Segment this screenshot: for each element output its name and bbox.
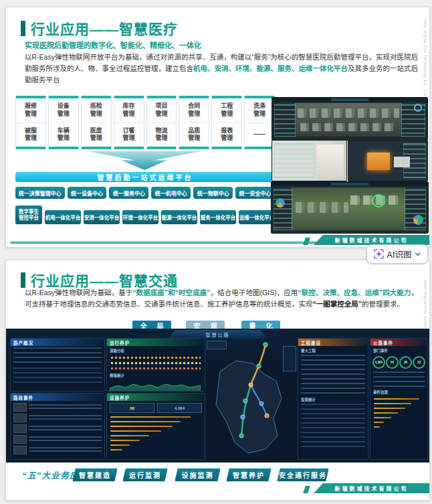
dot-row-graphic bbox=[111, 362, 201, 364]
panel-operation: 运行养护 道路分析 拥堵统计 bbox=[106, 338, 205, 392]
hospital-dashboard-screenshot-1 bbox=[272, 97, 428, 141]
paragraph-highlight: “联控、决策、应急、运维”四大能力 bbox=[298, 288, 411, 297]
platform-button: 环境一体化平台 bbox=[122, 210, 158, 224]
traffic-dashboard-screenshot: 智慧公路 bbox=[6, 329, 429, 463]
center-button: 统一设备中心 bbox=[68, 187, 107, 199]
panel-road-events: 路政事件 bbox=[10, 393, 105, 460]
footer-ribbon-notch bbox=[303, 486, 310, 493]
panel-header: 工程建设 bbox=[298, 339, 368, 346]
module-label: 工程管理 bbox=[221, 102, 233, 118]
company-ribbon: 新瑞数城技术有限公司 bbox=[314, 483, 429, 493]
module-label: 设备管理 bbox=[58, 102, 70, 118]
platform-label: 环境一体化平台 bbox=[122, 214, 158, 221]
module-label: 合同管理 bbox=[188, 102, 200, 118]
module-label: 物流管理 bbox=[155, 127, 167, 143]
biz-button-safe-passage: 安全通行服务 bbox=[277, 468, 329, 482]
gauge-value: 28 bbox=[399, 356, 412, 369]
module-column: 库存管理 订餐管理 bbox=[114, 96, 144, 149]
panel-road-overview: 路产概况 bbox=[10, 338, 105, 392]
camera-list-item bbox=[13, 424, 102, 433]
camera-thumbnail bbox=[13, 424, 27, 433]
platform-label: 运维一体化平台 bbox=[239, 214, 275, 221]
investment-rows-graphic bbox=[301, 404, 365, 450]
page: Best Digital City Technology Co., Ltd 行业… bbox=[0, 0, 432, 504]
platform-button: 运维一体化平台 bbox=[239, 210, 275, 224]
congestion-area-chart-graphic bbox=[110, 380, 201, 392]
event-rows-graphic bbox=[373, 371, 425, 388]
paragraph-text: 以R-Easy弹性物联网为基础，基于 bbox=[25, 288, 132, 297]
module-cell: 车辆管理 bbox=[49, 122, 78, 147]
module-label: 项目管理 bbox=[155, 102, 167, 118]
stat-rows-graphic bbox=[13, 347, 102, 366]
camera-list-item bbox=[13, 446, 102, 454]
module-cell: 医废管理 bbox=[82, 122, 111, 147]
platform-label: 数字孪生管控平台 bbox=[17, 209, 40, 222]
gauge-value: 54 bbox=[386, 356, 399, 369]
slide1-subtitle: 实现医院后勤管理的数字化、智能化、精细化、一体化 bbox=[25, 39, 201, 50]
module-cell: 被服管理 bbox=[16, 122, 45, 147]
module-label: 报修管理 bbox=[25, 102, 37, 118]
module-column: 设备管理 车辆管理 bbox=[48, 96, 79, 149]
center-button: 统一决策管理中心 bbox=[15, 187, 65, 199]
center-button: 统一机电中心 bbox=[151, 187, 191, 199]
buildings-graphic bbox=[300, 123, 395, 131]
stat-rows-graphic bbox=[13, 367, 102, 385]
buildings-graphic bbox=[296, 202, 348, 213]
gauge-graphic bbox=[414, 104, 422, 112]
module-grid: 报修管理 被服管理 设备管理 车辆管理 巡检管理 医废管理 库存管理 订餐管理 … bbox=[15, 96, 275, 149]
gauge-value: 4,384 bbox=[372, 356, 385, 369]
panel-subheader: 道路分析 bbox=[110, 348, 202, 353]
camera-text-graphic bbox=[29, 436, 102, 443]
panel-header: 路产概况 bbox=[11, 339, 104, 346]
highlighted-building-graphic bbox=[367, 153, 390, 170]
gauges-row: 4,384 54 28 22 bbox=[372, 356, 426, 369]
module-label: 洗涤管理 bbox=[253, 102, 265, 118]
camera-list-item bbox=[13, 435, 102, 444]
module-cell: 工程管理 bbox=[212, 98, 241, 122]
module-label: 库存管理 bbox=[123, 102, 135, 118]
panel-header: 路政事件 bbox=[11, 394, 104, 401]
building-graphic bbox=[317, 145, 344, 178]
footer-line bbox=[10, 241, 319, 244]
module-cell: 报修管理 bbox=[16, 98, 45, 122]
map-legend-graphic bbox=[207, 341, 227, 349]
camera-thumbnail bbox=[13, 446, 27, 454]
panel-subheader: 事件治理 bbox=[373, 390, 425, 395]
slide1-title-row: 行业应用——智慧医疗 bbox=[21, 18, 178, 38]
module-label: 巡检管理 bbox=[90, 102, 102, 118]
module-column: 洗涤管理 —— bbox=[244, 96, 275, 149]
module-cell: 报表管理 bbox=[212, 122, 241, 147]
module-cell: 订餐管理 bbox=[114, 122, 144, 147]
module-column: 合同管理 品质管理 bbox=[179, 96, 209, 149]
map-menu-graphic bbox=[283, 346, 296, 371]
module-cell: 物流管理 bbox=[147, 122, 177, 147]
chevron-down-icon[interactable] bbox=[415, 252, 421, 256]
project-rows-graphic bbox=[301, 355, 365, 395]
platform-banner: 智慧后勤一站式运维平台 bbox=[15, 172, 275, 182]
camera-text-graphic bbox=[29, 415, 102, 422]
hospital-dashboard-screenshot-2a bbox=[272, 140, 347, 181]
panel-header: 设施养护 bbox=[107, 394, 205, 401]
panel-header: 公路事件 bbox=[370, 339, 427, 346]
panel-subheader: 拥堵统计 bbox=[110, 373, 202, 378]
event-bars-graphic bbox=[370, 398, 427, 428]
module-label: 车辆管理 bbox=[58, 127, 70, 143]
center-button: 统一物联中心 bbox=[193, 187, 233, 199]
platform-label: 服务一体化平台 bbox=[200, 214, 236, 221]
funnel-arrow-graphic bbox=[88, 151, 201, 170]
camera-text-graphic bbox=[29, 404, 102, 411]
ai-recognize-button[interactable]: AI识图 bbox=[366, 244, 428, 264]
center-button: 统一服务中心 bbox=[109, 187, 148, 199]
platform-label: 安消一体化平台 bbox=[84, 214, 120, 221]
buildings-graphic bbox=[298, 108, 399, 118]
paragraph-text: 的管理要求。 bbox=[362, 300, 404, 308]
slide2-paragraph: 以R-Easy弹性物联网为基础，基于“数据底座”和“时空底座”，结合电子地图(G… bbox=[25, 287, 418, 310]
ai-sparkle-icon bbox=[374, 249, 384, 259]
panel-subheader: 重大工程 bbox=[301, 348, 365, 353]
platform-label: 机电一体化平台 bbox=[45, 214, 81, 221]
module-label: 被服管理 bbox=[25, 127, 37, 143]
panel-header: 运行养护 bbox=[107, 339, 205, 346]
paragraph-text: ，结合电子地图(GIS)，应用 bbox=[211, 288, 298, 297]
module-label: 医废管理 bbox=[90, 127, 102, 143]
biz-button-operation-monitoring: 运行监测 bbox=[122, 468, 168, 482]
